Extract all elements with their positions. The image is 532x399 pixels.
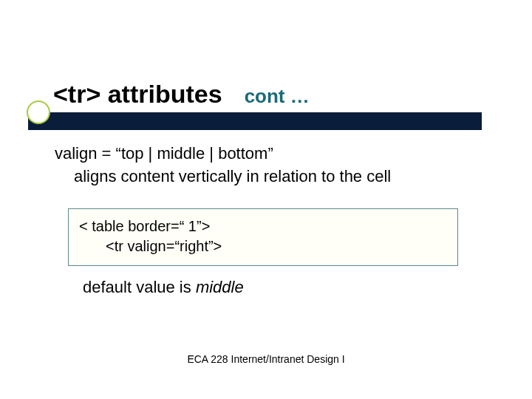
title-underline-bar xyxy=(28,112,482,130)
code-example-box: < table border=“ 1”> <tr valign=“right”> xyxy=(68,208,458,266)
body-line-2: aligns content vertically in relation to… xyxy=(74,166,483,188)
default-note: default value is middle xyxy=(83,278,244,297)
title-bullet-icon xyxy=(27,100,50,124)
slide-footer: ECA 228 Internet/Intranet Design I xyxy=(0,353,532,365)
body-line-1: valign = “top | middle | bottom” xyxy=(55,143,483,165)
slide: <tr> attributes cont … valign = “top | m… xyxy=(0,0,532,399)
code-line-1: < table border=“ 1”> xyxy=(79,216,447,236)
default-note-prefix: default value is xyxy=(83,278,196,296)
code-line-2: <tr valign=“right”> xyxy=(106,236,447,256)
body-text: valign = “top | middle | bottom” aligns … xyxy=(55,143,483,187)
title-continuation: cont … xyxy=(245,85,310,108)
title-main: <tr> attributes xyxy=(53,80,222,109)
default-note-value: middle xyxy=(196,278,244,296)
slide-title: <tr> attributes cont … xyxy=(53,80,479,109)
